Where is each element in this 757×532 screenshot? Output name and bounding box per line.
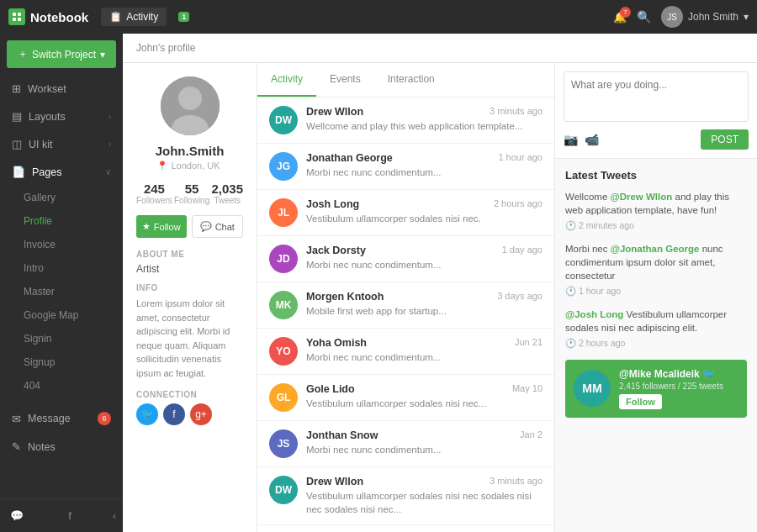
sidebar-item-notes[interactable]: ✎ Notes (0, 433, 123, 461)
profile-location: 📍London, UK (136, 161, 243, 171)
feed-avatar: JS (269, 429, 298, 458)
facebook-bottom-icon[interactable]: f (65, 506, 75, 525)
tab-interaction[interactable]: Interaction (374, 63, 448, 97)
sidebar-sub-signup[interactable]: Signup (0, 350, 123, 374)
post-media-icons: 📷 📹 (564, 133, 599, 146)
tweet-link[interactable]: @Drew Wllon (610, 192, 672, 202)
tweet-item: Morbi nec @Jonathan George nunc condimen… (565, 242, 747, 298)
feed-content: Gole Lido May 10 Vestibulum ullamcorper … (306, 383, 543, 410)
message-icon: ✉ (12, 413, 21, 425)
feed-time: 3 minuts ago (490, 106, 543, 118)
switch-project-button[interactable]: ＋ Switch Project ▾ (7, 40, 116, 68)
post-box: 📷 📹 POST (555, 63, 757, 159)
activity-panel: Activity Events Interaction DW Drew Wllo… (257, 63, 555, 532)
tweet-time: 🕐 1 hour ago (565, 285, 747, 298)
post-button[interactable]: POST (701, 129, 749, 150)
chat-button[interactable]: 💬 Chat (192, 215, 244, 238)
svg-rect-1 (18, 13, 21, 16)
profile-avatar (161, 76, 220, 135)
nav-badge-item[interactable]: 1 (170, 8, 198, 25)
post-textarea[interactable] (564, 71, 749, 122)
feed-avatar: DW (269, 106, 298, 134)
feed-item: YO Yoha Omish Jun 21 Morbi nec nunc cond… (257, 329, 554, 375)
layouts-chevron-icon: › (109, 112, 111, 121)
sidebar-sub-googlemap[interactable]: Google Map (0, 303, 123, 327)
search-icon[interactable]: 🔍 (637, 10, 651, 24)
feed-text: Morbi nec nunc condimentum... (306, 443, 543, 456)
feed-name: Jack Dorsty (306, 245, 366, 256)
feed-avatar: DW (269, 476, 298, 504)
app-logo: Notebook (8, 8, 88, 25)
collapse-icon[interactable]: ‹ (113, 510, 116, 522)
sidebar-sub-intro[interactable]: Intro (0, 256, 123, 280)
sidebar-item-uikit[interactable]: ◫ UI kit › (0, 130, 123, 158)
activity-tabs: Activity Events Interaction (257, 63, 554, 97)
feed-text: Vestibulum ullamcorper sodales nisi nec.… (306, 397, 543, 410)
app-name: Notebook (30, 10, 88, 24)
sidebar-sub-gallery[interactable]: Gallery (0, 186, 123, 209)
content-body: John.Smith 📍London, UK 245 Followers 55 … (123, 63, 757, 532)
tab-activity[interactable]: Activity (257, 63, 316, 97)
profile-name: John.Smith (136, 144, 243, 158)
sidebar-sub-404[interactable]: 404 (0, 374, 123, 398)
right-panel: 📷 📹 POST Latest Tweets Wellcome @Drew Wl… (555, 63, 757, 532)
feed-name: Jonathan George (306, 152, 393, 164)
feed-content: Drew Wllon 3 minuts ago Vestibulum ullam… (306, 476, 543, 516)
sidebar-sub-signin[interactable]: Signin (0, 327, 123, 350)
sidebar-sub-invoice[interactable]: Invoice (0, 233, 123, 256)
tweet-card-follow-button[interactable]: Follow (619, 394, 662, 409)
follow-button[interactable]: ★ Follow (136, 215, 187, 238)
location-pin-icon: 📍 (156, 161, 168, 171)
tab-events[interactable]: Events (316, 63, 374, 97)
nav-activity[interactable]: 📋 Activity (101, 8, 167, 26)
user-name: John Smith (688, 11, 738, 23)
sidebar-sub-profile[interactable]: Profile (0, 209, 123, 233)
sidebar-item-pages[interactable]: 📄 Pages ∨ (0, 158, 123, 186)
feed-text: Morbi nec nunc condimentum... (306, 258, 543, 271)
feed-time: 3 days ago (497, 291, 543, 303)
feed-time: 2 hours ago (494, 198, 543, 210)
tweet-link[interactable]: @Josh Long (565, 309, 623, 319)
sidebar-sub-master[interactable]: Master (0, 280, 123, 303)
connection-icons: 🐦 f g+ (136, 403, 243, 425)
followers-stat: 245 Followers (136, 182, 172, 205)
main-layout: ＋ Switch Project ▾ ⊞ Workset ▤ Layouts ›… (0, 34, 757, 532)
clock-icon: 🕐 (565, 219, 576, 232)
sidebar-item-layouts[interactable]: ▤ Layouts › (0, 103, 123, 130)
feed-text: Vestibulum ullamcorper sodales nisi nec. (306, 212, 543, 225)
sidebar-bottom: 💬 f ‹ (0, 498, 123, 532)
user-menu[interactable]: JS John Smith ▾ (661, 6, 749, 28)
pages-chevron-icon: ∨ (105, 167, 111, 176)
info-text: Lorem ipsum dolor sit amet, consectetur … (136, 297, 243, 380)
feed-avatar: JD (269, 245, 298, 273)
connection-title: CONNECTION (136, 390, 243, 399)
feed-content: Jonathan George 1 hour ago Morbi nec nun… (306, 152, 543, 179)
google-link[interactable]: g+ (190, 403, 212, 425)
about-title: ABOUT ME (136, 250, 243, 259)
tweet-card-info: @Mike Mcalideik 🐦 2,415 followers / 225 … (619, 368, 738, 409)
feed-avatar: MK (269, 291, 298, 319)
clock-icon: 🕐 (565, 285, 576, 298)
sidebar-item-workset[interactable]: ⊞ Workset (0, 75, 123, 103)
twitter-link[interactable]: 🐦 (136, 403, 158, 425)
feed-item: JG Jonathan George 1 hour ago Morbi nec … (257, 144, 554, 190)
facebook-link[interactable]: f (163, 403, 185, 425)
tweet-time: 🕐 2 hours ago (565, 337, 747, 350)
video-icon[interactable]: 📹 (585, 133, 599, 146)
notification-bell[interactable]: 🔔 7 (613, 11, 627, 24)
sidebar-item-message[interactable]: ✉ Message 6 (0, 404, 123, 433)
tweet-link[interactable]: @Jonathan George (611, 244, 700, 254)
profile-actions: ★ Follow 💬 Chat (136, 215, 243, 238)
chat-icon: 💬 (200, 221, 212, 232)
feed-time: 1 hour ago (498, 152, 543, 164)
top-nav-items: 📋 Activity 1 (101, 8, 613, 26)
post-actions-bar: 📷 📹 POST (564, 129, 749, 150)
workset-icon: ⊞ (12, 82, 21, 95)
feed-avatar: JL (269, 198, 298, 227)
camera-icon[interactable]: 📷 (564, 133, 578, 146)
feed-item: MK Morgen Kntooh 3 days ago Mobile first… (257, 282, 554, 329)
user-avatar: JS (661, 6, 683, 28)
svg-rect-0 (13, 13, 16, 16)
chat-bottom-icon[interactable]: 💬 (7, 506, 27, 525)
clock-icon: 🕐 (565, 337, 576, 350)
